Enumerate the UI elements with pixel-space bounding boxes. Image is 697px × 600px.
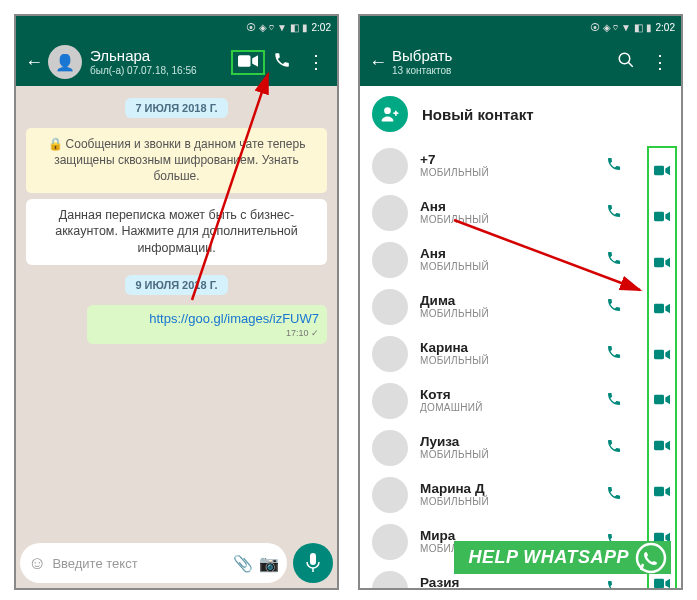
voice-call-contact-icon[interactable] — [601, 579, 627, 589]
status-time-2: 2:02 — [656, 22, 675, 33]
encryption-notice[interactable]: 🔒Сообщения и звонки в данном чате теперь… — [26, 128, 327, 193]
business-notice[interactable]: Данная переписка может быть с бизнес-акк… — [26, 199, 327, 266]
back-button-2[interactable]: ← — [364, 52, 392, 73]
message-link[interactable]: https://goo.gl/images/izFUW7 — [95, 311, 319, 326]
contact-info: АняМОБИЛЬНЫЙ — [420, 247, 589, 273]
contact-name: Разия — [420, 576, 589, 588]
voice-call-contact-icon[interactable] — [601, 344, 627, 364]
picker-appbar: ← Выбрать 13 контактов ⋮ — [360, 38, 681, 86]
svg-rect-12 — [654, 349, 664, 358]
svg-point-3 — [619, 53, 630, 64]
contact-name: Дима — [420, 294, 589, 309]
contact-name: Аня — [420, 200, 589, 215]
camera-icon[interactable]: 📷 — [259, 554, 279, 573]
video-call-contact-icon[interactable] — [649, 194, 675, 240]
contact-row[interactable]: КотяДОМАШНИЙ — [360, 377, 681, 424]
voice-call-icon[interactable] — [265, 51, 299, 74]
chat-avatar[interactable]: 👤 — [48, 45, 82, 79]
contact-name: Луиза — [420, 435, 589, 450]
video-call-contact-icon[interactable] — [649, 148, 675, 194]
svg-rect-8 — [654, 166, 664, 175]
contact-avatar — [372, 571, 408, 589]
status-icons-2: ⦿ ◈ ♡ ▼ ◧ ▮ — [590, 22, 652, 33]
attach-icon[interactable]: 📎 — [233, 554, 253, 573]
svg-rect-9 — [654, 212, 664, 221]
contact-type: МОБИЛЬНЫЙ — [420, 308, 589, 319]
voice-call-contact-icon[interactable] — [601, 391, 627, 411]
svg-rect-1 — [310, 553, 316, 565]
emoji-icon[interactable]: ☺ — [28, 553, 46, 574]
svg-line-4 — [628, 62, 633, 67]
contact-info: КаринаМОБИЛЬНЫЙ — [420, 341, 589, 367]
chat-appbar: ← 👤 Эльнара был(-а) 07.07.18, 16:56 ⋮ — [16, 38, 337, 86]
contact-avatar — [372, 430, 408, 466]
contact-row[interactable]: АняМОБИЛЬНЫЙ — [360, 236, 681, 283]
message-time: 17:10 ✓ — [95, 328, 319, 338]
video-call-contact-icon[interactable] — [649, 469, 675, 515]
contact-name: Котя — [420, 388, 589, 403]
contact-list[interactable]: Новый контакт +7МОБИЛЬНЫЙАняМОБИЛЬНЫЙАня… — [360, 86, 681, 588]
contact-avatar — [372, 289, 408, 325]
contact-name: Карина — [420, 341, 589, 356]
video-call-contact-icon[interactable] — [649, 331, 675, 377]
input-row: ☺ Введите текст 📎 📷 — [16, 538, 337, 588]
contact-type: МОБИЛЬНЫЙ — [420, 167, 589, 178]
phone-chat: ⦿ ◈ ♡ ▼ ◧ ▮ 2:02 ← 👤 Эльнара был(-а) 07.… — [14, 14, 339, 590]
status-time: 2:02 — [312, 22, 331, 33]
status-bar: ⦿ ◈ ♡ ▼ ◧ ▮ 2:02 — [16, 16, 337, 38]
back-button[interactable]: ← — [20, 52, 48, 73]
message-input[interactable]: ☺ Введите текст 📎 📷 — [20, 543, 287, 583]
video-call-contact-icon[interactable] — [649, 240, 675, 286]
voice-call-contact-icon[interactable] — [601, 250, 627, 270]
svg-rect-0 — [238, 55, 251, 67]
contact-info: ДимаМОБИЛЬНЫЙ — [420, 294, 589, 320]
contact-avatar — [372, 242, 408, 278]
lock-icon: 🔒 — [48, 137, 63, 151]
voice-call-contact-icon[interactable] — [601, 485, 627, 505]
video-call-icon[interactable] — [231, 50, 265, 75]
voice-call-contact-icon[interactable] — [601, 156, 627, 176]
search-icon[interactable] — [609, 51, 643, 74]
contact-name: Марина Д — [420, 482, 589, 497]
chat-body: 7 ИЮЛЯ 2018 Г. 🔒Сообщения и звонки в дан… — [16, 86, 337, 538]
contact-info: ЛуизаМОБИЛЬНЫЙ — [420, 435, 589, 461]
contact-type: ДОМАШНИЙ — [420, 402, 589, 413]
banner-text: HELP WHATSAPP — [468, 547, 629, 568]
voice-call-contact-icon[interactable] — [601, 203, 627, 223]
video-call-contact-icon[interactable] — [649, 285, 675, 331]
contact-avatar — [372, 336, 408, 372]
contact-row[interactable]: +7МОБИЛЬНЫЙ — [360, 142, 681, 189]
contact-row[interactable]: Марина ДМОБИЛЬНЫЙ — [360, 471, 681, 518]
contact-type: МОБИЛЬНЫЙ — [420, 214, 589, 225]
chat-title-block[interactable]: Эльнара был(-а) 07.07.18, 16:56 — [90, 48, 231, 76]
contact-row[interactable]: КаринаМОБИЛЬНЫЙ — [360, 330, 681, 377]
status-bar-2: ⦿ ◈ ♡ ▼ ◧ ▮ 2:02 — [360, 16, 681, 38]
phone-contacts: ⦿ ◈ ♡ ▼ ◧ ▮ 2:02 ← Выбрать 13 контактов … — [358, 14, 683, 590]
contact-type: МОБИЛЬНЫЙ — [420, 261, 589, 272]
contact-type: МОБИЛЬНЫЙ — [420, 496, 589, 507]
outgoing-message[interactable]: https://goo.gl/images/izFUW7 17:10 ✓ — [87, 305, 327, 344]
svg-rect-17 — [654, 578, 664, 587]
contact-type: МОБИЛЬНЫЙ — [420, 449, 589, 460]
svg-rect-14 — [654, 441, 664, 450]
menu-icon[interactable]: ⋮ — [299, 51, 333, 73]
contact-row[interactable]: АняМОБИЛЬНЫЙ — [360, 189, 681, 236]
contact-name: Аня — [420, 247, 589, 262]
help-whatsapp-banner: HELP WHATSAPP — [454, 541, 671, 574]
svg-rect-15 — [654, 487, 664, 496]
contact-avatar — [372, 195, 408, 231]
voice-call-contact-icon[interactable] — [601, 297, 627, 317]
mic-button[interactable] — [293, 543, 333, 583]
new-contact-row[interactable]: Новый контакт — [360, 86, 681, 142]
contact-row[interactable]: ЛуизаМОБИЛЬНЫЙ — [360, 424, 681, 471]
menu-icon-2[interactable]: ⋮ — [643, 51, 677, 73]
contact-name: +7 — [420, 153, 589, 168]
contact-avatar — [372, 477, 408, 513]
video-call-contact-icon[interactable] — [649, 423, 675, 469]
video-call-contact-icon[interactable] — [649, 377, 675, 423]
svg-rect-13 — [654, 395, 664, 404]
voice-call-contact-icon[interactable] — [601, 438, 627, 458]
contact-avatar — [372, 524, 408, 560]
contact-info: Марина ДМОБИЛЬНЫЙ — [420, 482, 589, 508]
contact-row[interactable]: ДимаМОБИЛЬНЫЙ — [360, 283, 681, 330]
